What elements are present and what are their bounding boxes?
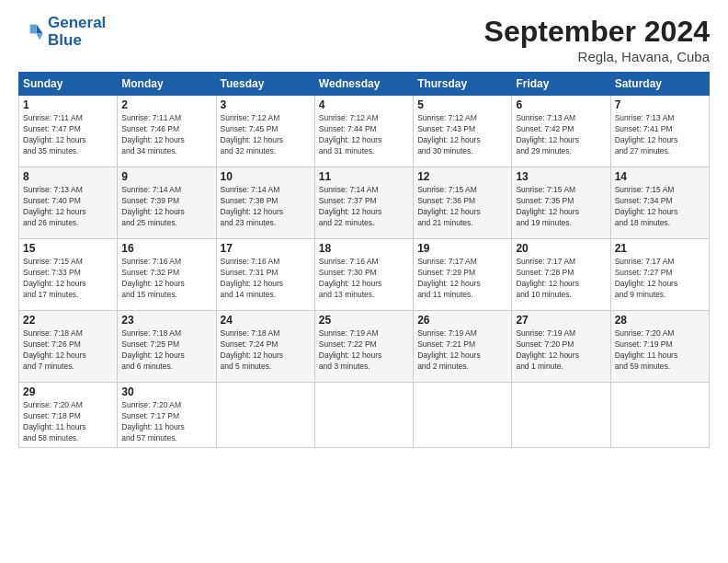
svg-marker-2 [30,24,37,33]
day-number: 15 [23,242,113,255]
table-row: 11Sunrise: 7:14 AM Sunset: 7:37 PM Dayli… [314,167,413,239]
day-number: 25 [319,314,409,327]
table-row: 15Sunrise: 7:15 AM Sunset: 7:33 PM Dayli… [19,239,118,311]
day-number: 6 [516,98,606,111]
table-row: 30Sunrise: 7:20 AM Sunset: 7:17 PM Dayli… [118,383,216,448]
day-info: Sunrise: 7:18 AM Sunset: 7:24 PM Dayligh… [221,328,311,373]
col-monday: Monday [118,73,216,96]
col-friday: Friday [512,73,610,96]
logo-text: General Blue [48,15,106,49]
table-row: 1Sunrise: 7:11 AM Sunset: 7:47 PM Daylig… [19,96,118,167]
day-number: 3 [221,98,311,111]
day-info: Sunrise: 7:19 AM Sunset: 7:20 PM Dayligh… [516,328,606,373]
table-row [512,383,610,448]
day-number: 10 [221,170,311,183]
table-row: 5Sunrise: 7:12 AM Sunset: 7:43 PM Daylig… [414,96,512,167]
table-row: 25Sunrise: 7:19 AM Sunset: 7:22 PM Dayli… [314,311,413,383]
day-info: Sunrise: 7:12 AM Sunset: 7:44 PM Dayligh… [319,113,409,157]
table-row: 18Sunrise: 7:16 AM Sunset: 7:30 PM Dayli… [314,239,413,311]
table-row: 20Sunrise: 7:17 AM Sunset: 7:28 PM Dayli… [512,239,610,311]
table-row: 19Sunrise: 7:17 AM Sunset: 7:29 PM Dayli… [414,239,512,311]
day-number: 30 [121,385,211,398]
table-row: 13Sunrise: 7:15 AM Sunset: 7:35 PM Dayli… [512,167,610,239]
day-number: 28 [615,314,705,327]
day-info: Sunrise: 7:20 AM Sunset: 7:19 PM Dayligh… [615,328,705,373]
table-row: 9Sunrise: 7:14 AM Sunset: 7:39 PM Daylig… [118,167,216,239]
table-row: 23Sunrise: 7:18 AM Sunset: 7:25 PM Dayli… [118,311,216,383]
table-row: 14Sunrise: 7:15 AM Sunset: 7:34 PM Dayli… [610,167,709,239]
day-number: 5 [417,98,507,111]
table-row: 21Sunrise: 7:17 AM Sunset: 7:27 PM Dayli… [610,239,709,311]
day-number: 9 [121,170,211,183]
day-number: 4 [319,98,409,111]
day-number: 11 [319,170,409,183]
day-info: Sunrise: 7:15 AM Sunset: 7:35 PM Dayligh… [516,185,606,229]
table-row: 27Sunrise: 7:19 AM Sunset: 7:20 PM Dayli… [512,311,610,383]
day-info: Sunrise: 7:11 AM Sunset: 7:47 PM Dayligh… [23,113,113,157]
day-number: 19 [417,242,507,255]
table-row: 22Sunrise: 7:18 AM Sunset: 7:26 PM Dayli… [19,311,118,383]
day-info: Sunrise: 7:16 AM Sunset: 7:32 PM Dayligh… [121,257,211,301]
table-row: 12Sunrise: 7:15 AM Sunset: 7:36 PM Dayli… [414,167,512,239]
page-container: General Blue September 2024 Regla, Havan… [0,0,728,457]
table-row: 17Sunrise: 7:16 AM Sunset: 7:31 PM Dayli… [216,239,314,311]
day-info: Sunrise: 7:12 AM Sunset: 7:45 PM Dayligh… [221,113,311,157]
day-info: Sunrise: 7:15 AM Sunset: 7:33 PM Dayligh… [23,257,113,301]
day-info: Sunrise: 7:15 AM Sunset: 7:34 PM Dayligh… [615,185,705,229]
day-info: Sunrise: 7:18 AM Sunset: 7:26 PM Dayligh… [23,328,113,373]
day-info: Sunrise: 7:20 AM Sunset: 7:17 PM Dayligh… [121,400,211,444]
table-row: 24Sunrise: 7:18 AM Sunset: 7:24 PM Dayli… [216,311,314,383]
col-wednesday: Wednesday [314,73,413,96]
day-info: Sunrise: 7:13 AM Sunset: 7:40 PM Dayligh… [23,185,113,229]
day-number: 18 [319,242,409,255]
table-row: 26Sunrise: 7:19 AM Sunset: 7:21 PM Dayli… [414,311,512,383]
table-row: 29Sunrise: 7:20 AM Sunset: 7:18 PM Dayli… [19,383,118,448]
location-subtitle: Regla, Havana, Cuba [484,49,710,64]
table-row: 4Sunrise: 7:12 AM Sunset: 7:44 PM Daylig… [314,96,413,167]
col-tuesday: Tuesday [216,73,314,96]
day-info: Sunrise: 7:16 AM Sunset: 7:30 PM Dayligh… [319,257,409,301]
day-number: 23 [121,314,211,327]
day-info: Sunrise: 7:13 AM Sunset: 7:41 PM Dayligh… [615,113,705,157]
calendar-table: Sunday Monday Tuesday Wednesday Thursday… [18,72,710,448]
day-info: Sunrise: 7:17 AM Sunset: 7:29 PM Dayligh… [417,257,507,301]
day-number: 26 [417,314,507,327]
day-info: Sunrise: 7:15 AM Sunset: 7:36 PM Dayligh… [417,185,507,229]
day-info: Sunrise: 7:16 AM Sunset: 7:31 PM Dayligh… [221,257,311,301]
logo-icon [18,19,44,45]
table-row: 8Sunrise: 7:13 AM Sunset: 7:40 PM Daylig… [19,167,118,239]
day-number: 29 [23,385,113,398]
table-row: 7Sunrise: 7:13 AM Sunset: 7:41 PM Daylig… [610,96,709,167]
calendar-header-row: Sunday Monday Tuesday Wednesday Thursday… [19,73,710,96]
day-info: Sunrise: 7:17 AM Sunset: 7:27 PM Dayligh… [615,257,705,301]
table-row: 10Sunrise: 7:14 AM Sunset: 7:38 PM Dayli… [216,167,314,239]
day-number: 12 [417,170,507,183]
day-info: Sunrise: 7:14 AM Sunset: 7:39 PM Dayligh… [121,185,211,229]
day-number: 24 [221,314,311,327]
day-number: 7 [615,98,705,111]
day-number: 17 [221,242,311,255]
day-number: 22 [23,314,113,327]
col-saturday: Saturday [610,73,709,96]
table-row: 16Sunrise: 7:16 AM Sunset: 7:32 PM Dayli… [118,239,216,311]
svg-marker-0 [37,24,43,33]
day-info: Sunrise: 7:19 AM Sunset: 7:22 PM Dayligh… [319,328,409,373]
day-info: Sunrise: 7:18 AM Sunset: 7:25 PM Dayligh… [121,328,211,373]
day-info: Sunrise: 7:20 AM Sunset: 7:18 PM Dayligh… [23,400,113,444]
day-number: 1 [23,98,113,111]
table-row [216,383,314,448]
day-number: 13 [516,170,606,183]
day-info: Sunrise: 7:12 AM Sunset: 7:43 PM Dayligh… [417,113,507,157]
day-info: Sunrise: 7:14 AM Sunset: 7:38 PM Dayligh… [221,185,311,229]
day-number: 2 [121,98,211,111]
day-info: Sunrise: 7:14 AM Sunset: 7:37 PM Dayligh… [319,185,409,229]
day-number: 8 [23,170,113,183]
col-sunday: Sunday [19,73,118,96]
col-thursday: Thursday [414,73,512,96]
title-block: September 2024 Regla, Havana, Cuba [484,15,710,64]
day-info: Sunrise: 7:17 AM Sunset: 7:28 PM Dayligh… [516,257,606,301]
day-info: Sunrise: 7:19 AM Sunset: 7:21 PM Dayligh… [417,328,507,373]
table-row [610,383,709,448]
day-number: 27 [516,314,606,327]
header: General Blue September 2024 Regla, Havan… [18,15,710,64]
